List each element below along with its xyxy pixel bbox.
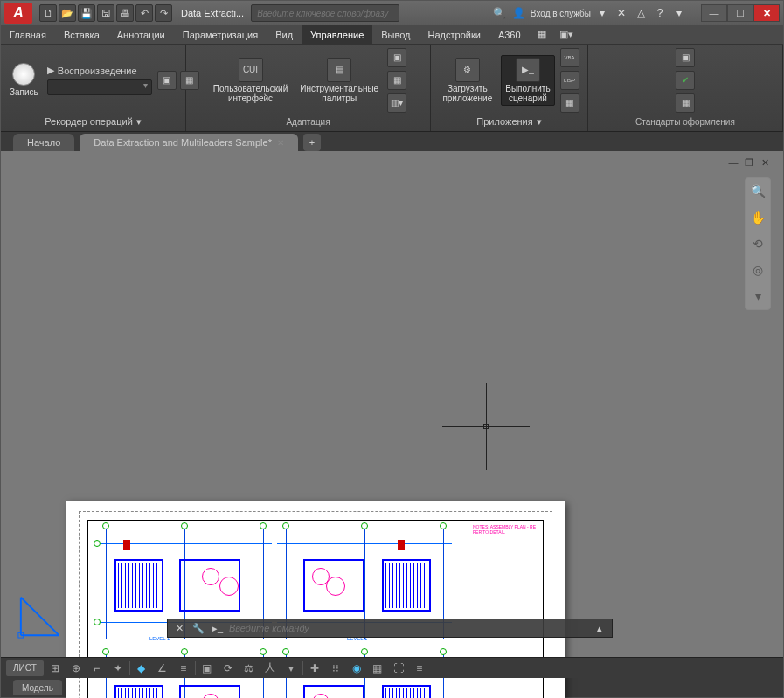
tab-a360[interactable]: A360 [489, 25, 530, 44]
lisp-icon[interactable]: LISP [560, 71, 579, 90]
tab-annotate[interactable]: Аннотации [108, 25, 174, 44]
tab-view[interactable]: Вид [267, 25, 302, 44]
title-bar: A 🗋 📂 💾 🖫 🖶 ↶ ↷ Data Extracti... 🔍 👤 Вхо… [1, 1, 783, 25]
command-input[interactable] [229, 623, 587, 633]
import-cui-icon[interactable]: ▣ [387, 48, 406, 67]
action-macro-combo[interactable] [47, 79, 152, 95]
polar-icon[interactable]: ✦ [108, 660, 128, 677]
user-icon[interactable]: 👤 [511, 5, 527, 21]
record-button[interactable]: Запись [6, 61, 42, 99]
zoom-extents-icon[interactable]: 🔍 [748, 182, 767, 201]
quickprops-icon[interactable]: ▣ [198, 660, 217, 677]
command-line[interactable]: ✕ 🔧 ▸_ ▴ [167, 619, 613, 638]
cui-button[interactable]: CUI Пользовательский интерфейс [210, 56, 291, 105]
space-badge[interactable]: ЛИСТ [6, 660, 44, 676]
panel-recorder-label: Рекордер операций [45, 116, 133, 127]
edit-aliases-icon[interactable]: ▥▾ [387, 93, 406, 113]
model-tab[interactable]: Модель [13, 680, 62, 695]
cmd-prompt-icon: ▸_ [210, 620, 225, 636]
lineweight-icon[interactable]: ≡ [174, 660, 193, 677]
doc-minimize-icon[interactable]: — [727, 156, 739, 169]
cmd-expand-icon[interactable]: ▴ [591, 619, 608, 637]
tab-start[interactable]: Начало [13, 134, 74, 151]
tab-output[interactable]: Вывод [372, 25, 419, 44]
close-button[interactable]: ✕ [753, 4, 780, 22]
doc-restore-icon[interactable]: ❐ [743, 156, 755, 169]
search-box[interactable] [251, 4, 399, 22]
record-icon [12, 63, 35, 86]
app-manager-icon[interactable]: ▦ [560, 93, 579, 113]
navbar-dropdown-icon[interactable]: ▾ [748, 287, 767, 306]
run-script-button[interactable]: ▶_ Выполнить сценарий [501, 55, 554, 106]
minimize-button[interactable]: — [701, 4, 727, 22]
steering-wheel-icon[interactable]: ◎ [748, 260, 767, 280]
doc-close-icon[interactable]: ✕ [759, 156, 771, 169]
tab-add-button[interactable]: + [303, 134, 321, 151]
panel-standards-label: Стандарты оформления [593, 114, 777, 129]
drawing-area[interactable]: — ❐ ✕ 🔍 ✋ ⟲ ◎ ▾ NOTES: ASSEMBLY PLAN - R… [1, 151, 783, 678]
selection-cycling-icon[interactable]: ⟳ [219, 660, 238, 677]
standards-config-icon[interactable]: ▣ [676, 48, 695, 67]
ortho-icon[interactable]: ⌐ [87, 660, 107, 677]
undo-icon[interactable]: ↶ [135, 4, 153, 22]
help-icon[interactable]: ? [652, 5, 668, 21]
annoall-icon[interactable]: ▾ [281, 660, 301, 677]
otrack-icon[interactable]: ∠ [153, 660, 172, 677]
general-notes: NOTES: ASSEMBLY PLAN - REFER TO DETAIL [473, 524, 538, 535]
ucs-icon[interactable] [17, 589, 67, 639]
new-icon[interactable]: 🗋 [39, 4, 57, 22]
grid-icon[interactable]: ⊞ [45, 660, 65, 677]
tab-close-icon[interactable]: ✕ [277, 138, 284, 148]
tab-home[interactable]: Главная [1, 25, 55, 44]
app-logo[interactable]: A [4, 3, 32, 24]
dyninput-icon[interactable]: ⊕ [66, 660, 86, 677]
help-dropdown-icon[interactable]: ▾ [671, 5, 687, 21]
palettes-icon: ▤ [327, 58, 351, 82]
tab-parametric[interactable]: Параметризация [174, 25, 267, 44]
tab-manage[interactable]: Управление [302, 25, 372, 44]
exchange-icon[interactable]: ✕ [614, 5, 629, 21]
save-icon[interactable]: 💾 [78, 4, 95, 22]
print-icon[interactable]: 🖶 [116, 4, 134, 22]
redo-icon[interactable]: ↷ [155, 4, 172, 22]
maximize-button[interactable]: ☐ [727, 4, 753, 22]
login-link[interactable]: Вход в службы [531, 9, 591, 18]
isolate-icon[interactable]: ▦ [368, 660, 387, 677]
tab-insert[interactable]: Вставка [55, 25, 108, 44]
status-bar: ЛИСТ ⊞ ⊕ ⌐ ✦ ◆ ∠ ≡ ▣ ⟳ ⚖ 人 ▾ ✚ ⁝⁝ ◉ ▦ ⛶ … [1, 657, 783, 678]
macro-manager-icon[interactable]: ▣ [157, 71, 177, 90]
tab-document[interactable]: Data Extraction and Multileaders Sample*… [80, 134, 298, 151]
featured-apps-icon[interactable]: ▦ [530, 25, 554, 44]
vba-icon[interactable]: VBA [560, 48, 579, 67]
cleanscreen-icon[interactable]: ⛶ [389, 660, 408, 677]
layer-translator-icon[interactable]: ▦ [676, 93, 695, 113]
customize-icon[interactable]: ≡ [410, 660, 429, 677]
hardware-accel-icon[interactable]: ◉ [347, 660, 366, 677]
cmd-close-icon[interactable]: ✕ [171, 620, 187, 636]
standards-check-icon[interactable]: ✔ [676, 71, 695, 90]
load-app-icon: ⚙ [455, 58, 480, 82]
cmd-options-icon[interactable]: 🔧 [191, 620, 206, 636]
ribbon: Запись ▶ Воспроизведение ▣ ▦ Рекордер о [1, 45, 783, 132]
tab-addins[interactable]: Надстройки [420, 25, 489, 44]
login-dropdown-icon[interactable]: ▾ [594, 5, 610, 21]
ribbon-minimize-icon[interactable]: ▣▾ [554, 25, 579, 44]
pan-icon[interactable]: ✋ [748, 208, 767, 227]
tool-palettes-button[interactable]: ▤ Инструментальные палитры [296, 56, 382, 105]
open-icon[interactable]: 📂 [59, 4, 76, 22]
saveas-icon[interactable]: 🖫 [97, 4, 114, 22]
panel-apps-dropdown-icon[interactable]: ▾ [537, 116, 542, 128]
workspace-icon[interactable]: ✚ [305, 660, 324, 677]
a360-icon[interactable]: △ [633, 5, 649, 21]
load-application-button[interactable]: ⚙ Загрузить приложение [439, 56, 496, 105]
panel-dropdown-icon[interactable]: ▾ [136, 116, 142, 128]
units-icon[interactable]: ⁝⁝ [326, 660, 345, 677]
annoscale-icon[interactable]: 人 [260, 660, 280, 677]
infocenter-search-icon[interactable]: 🔍 [492, 5, 508, 21]
play-button[interactable]: ▶ Воспроизведение [47, 65, 152, 76]
osnap-icon[interactable]: ◆ [132, 660, 151, 677]
orbit-icon[interactable]: ⟲ [748, 234, 767, 253]
annotation-scale-icon[interactable]: ⚖ [239, 660, 259, 677]
export-cui-icon[interactable]: ▦ [387, 71, 406, 90]
search-input[interactable] [257, 9, 393, 18]
